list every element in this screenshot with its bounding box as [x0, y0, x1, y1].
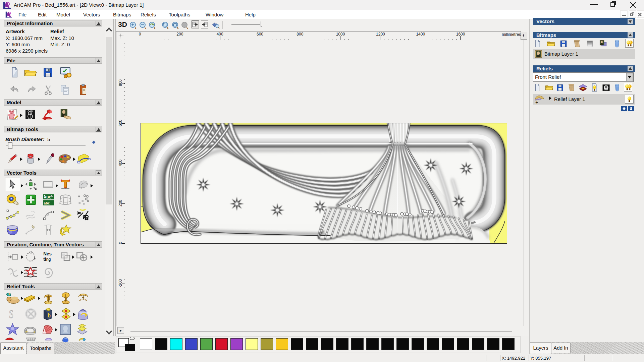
svg-text:S: S [9, 307, 13, 320]
svg-text:b: b [48, 312, 51, 319]
svg-text:ting: ting [43, 256, 51, 262]
svg-text:Nes: Nes [43, 251, 52, 256]
svg-text:abc: abc [44, 201, 50, 205]
